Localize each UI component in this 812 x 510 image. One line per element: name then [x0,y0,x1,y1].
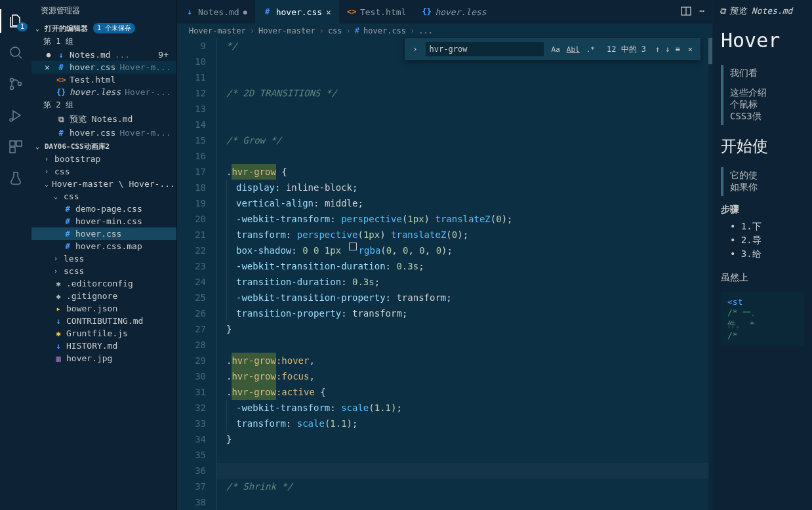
activity-extensions-icon[interactable] [0,131,31,163]
find-prev-icon[interactable]: ↑ [655,45,660,54]
folder-item[interactable]: ⌄Hover-master \ Hover-... [31,178,176,190]
folder-item[interactable]: ⌄css [31,190,176,203]
code-area[interactable]: *//* 2D TRANSITIONS *//* Grow */.hvr-gro… [216,38,712,510]
open-editor-item[interactable]: ●↓Notes.md...9+ [31,49,176,61]
open-editor-item[interactable]: {}hover.lessHover-... [31,86,176,98]
file-icon: ◆ [54,292,63,301]
activity-files-icon[interactable]: 1 [0,5,31,37]
editor-group-2: 第 2 组 [31,98,176,112]
chevron-right-icon: › [319,26,324,35]
file-name: 预览 Notes.md [70,113,132,125]
editor-body[interactable]: 9101112131415161718192021222324252627282… [177,38,712,510]
match-case-icon[interactable]: Aa [549,44,563,55]
file-icon: ↓ [185,7,194,16]
editor-tab[interactable]: <>Test.html [339,0,414,24]
editor-tab[interactable]: #hover.css✕ [255,0,339,24]
folder-item[interactable]: ›scss [31,265,176,277]
file-icon: ▦ [54,354,63,363]
file-icon: # [263,7,272,16]
open-editor-item[interactable]: ✕#hover.cssHover-m... [31,61,176,73]
line-numbers: 9101112131415161718192021222324252627282… [177,38,216,510]
chevron-icon: ⌄ [45,180,49,187]
file-icon: # [63,229,72,239]
activity-debug-icon[interactable] [0,100,31,131]
chevron-right-icon: › [250,26,254,35]
folder-name: Hover-master \ Hover-... [52,179,175,189]
modified-dot-icon: ● [45,50,52,59]
preview-h1: Hover [721,29,804,52]
chevron-down-icon: ⌄ [35,143,42,150]
regex-icon[interactable]: .* [584,44,598,55]
file-item[interactable]: #demo-page.css [31,203,176,215]
file-icon: <> [56,75,66,85]
preview-code-block: <st /* 一、 件。 * /* [721,292,804,345]
chevron-icon: ⌄ [54,193,60,200]
svg-point-2 [10,87,14,90]
preview-content: Hover 我们看 这些介绍 个鼠标 CSS3供 开始使 它的使 如果你 步骤 … [713,22,812,352]
file-icon: {} [56,88,66,97]
file-icon: ✱ [54,329,63,338]
file-item[interactable]: ↓CONTRIBUTING.md [31,315,176,327]
find-input[interactable] [426,42,544,56]
file-item[interactable]: ◆.gitignore [31,290,176,302]
file-item[interactable]: ▦hover.jpg [31,352,176,364]
file-icon: {} [422,7,431,16]
editor-tab[interactable]: ↓Notes.md● [177,0,255,24]
preview-blockquote: 它的使 如果你 [721,167,804,196]
breadcrumb-item[interactable]: Hover-master [189,26,246,35]
open-editor-item[interactable]: #hover.cssHover-m... [31,127,176,139]
folder-name: css [64,191,79,201]
file-name: hover.jpg [66,353,112,363]
folder-item[interactable]: ›less [31,252,176,265]
activity-search-icon[interactable] [0,37,31,68]
find-expand-toggle[interactable]: › [410,45,420,54]
folder-header[interactable]: ⌄ DAY06-CSS动画库2 [31,140,176,153]
activity-testing-icon[interactable] [0,163,31,194]
open-editor-item[interactable]: <>Test.html [31,73,176,86]
chevron-down-icon: ⌄ [35,25,42,32]
file-icon: ✱ [54,279,63,288]
sidebar-title: 资源管理器 [31,0,176,22]
file-item[interactable]: ✱Gruntfile.js [31,327,176,340]
file-item[interactable]: ↓HISTORY.md [31,340,176,352]
color-swatch-icon [349,243,357,250]
split-editor-icon[interactable] [681,6,691,18]
file-icon: ↓ [54,317,63,326]
find-next-icon[interactable]: ↓ [665,45,670,54]
unsaved-badge: 1 个未保存 [93,23,135,33]
activity-bar: 1 [0,0,31,510]
activity-source-control-icon[interactable] [0,68,31,100]
file-path: ... [115,50,130,60]
tab-label: hover.css [276,7,322,17]
file-name: hover.css [70,128,115,138]
open-editors-header[interactable]: ⌄ 打开的编辑器 1 个未保存 [31,22,176,35]
match-whole-word-icon[interactable]: Abl [564,44,582,55]
breadcrumb-item[interactable]: ... [418,26,433,35]
tab-label: hover.less [435,7,486,17]
file-count: 9+ [158,50,171,60]
file-path: Hover-m... [119,62,171,72]
close-icon[interactable]: ✕ [685,45,695,54]
close-icon[interactable]: ✕ [45,62,52,72]
svg-rect-6 [16,141,22,146]
breadcrumb-item[interactable]: css [328,26,342,35]
file-item[interactable]: #hover-min.css [31,215,176,227]
file-item[interactable]: #hover.css [31,227,176,240]
folder-item[interactable]: ›bootstrap [31,153,176,165]
open-editor-item[interactable]: ⧉预览 Notes.md [31,112,176,127]
preview-tab[interactable]: ⧉ 预览 Notes.md [713,0,812,22]
find-selection-icon[interactable]: ≡ [676,45,680,54]
file-item[interactable]: #hover.css.map [31,240,176,252]
minimap[interactable] [708,38,712,510]
editor-tab[interactable]: {}hover.less [414,0,494,24]
file-icon: ↓ [56,50,66,60]
file-item[interactable]: ✱.editorconfig [31,277,176,290]
chevron-right-icon: › [346,26,351,35]
folder-item[interactable]: ›css [31,165,176,178]
preview-icon: ⧉ [720,6,725,16]
more-actions-icon[interactable]: ⋯ [699,6,704,18]
close-icon[interactable]: ✕ [326,7,331,17]
breadcrumb-item[interactable]: Hover-master [258,26,315,35]
file-item[interactable]: ▸bower.json [31,302,176,315]
breadcrumb-item[interactable]: hover.css [363,26,406,35]
